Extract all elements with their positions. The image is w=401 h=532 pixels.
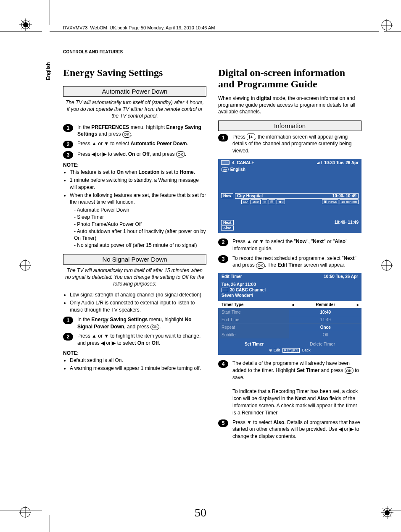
programme-name: City Hospital xyxy=(237,194,263,198)
apd-step-2: 2 Press ▲ or ▼ to select Automatic Power… xyxy=(63,140,206,148)
step-badge: 1 xyxy=(63,124,73,132)
apd-sublist: Automatic Power Down Sleep Timer Photo F… xyxy=(70,207,206,249)
information-heading: Information xyxy=(218,121,361,131)
return-key-icon: RETURN xyxy=(282,348,300,353)
row-value: Once xyxy=(289,324,361,331)
next-time: 10:49- 11:49 xyxy=(335,220,359,225)
step-badge: 3 xyxy=(218,255,228,263)
down-arrow-icon: ▼ xyxy=(104,333,109,339)
nspd-step-1: 1 In the Energy Saving Settings menu, hi… xyxy=(63,316,206,330)
channel-logo-icon xyxy=(222,288,228,292)
row-value: 11:49 xyxy=(289,316,361,323)
timer-meta: Tue, 26 Apr 11:00 30 CABC Channel Seven … xyxy=(218,280,361,301)
digital-intro: When viewing in digital mode, the on-scr… xyxy=(218,95,361,115)
row-label: End Time xyxy=(218,316,289,323)
info-step-5: 5 Press ▼ to select Also. Details of pro… xyxy=(218,419,361,440)
info-badges: SD 16:9 ⎚ ▤ ◀◁ ▣ News 15 min left xyxy=(219,199,361,204)
up-arrow-icon: ▲ xyxy=(247,238,252,244)
table-row: End Time 11:49 xyxy=(218,316,361,323)
step-badge: 3 xyxy=(63,151,73,159)
info-step-1: 1 Press i+, the information screen will … xyxy=(218,134,361,155)
ok-button-icon: OK xyxy=(122,131,131,138)
list-item: Only Audio L/R is connected to external … xyxy=(70,299,206,314)
row-value: ◂Reminder▸ xyxy=(289,301,361,308)
list-item: Default setting is all On. xyxy=(70,357,206,364)
step-text: Press ▲ or ▼ to highlight the item you w… xyxy=(77,333,206,347)
left-arrow-icon: ◀ xyxy=(101,340,105,346)
list-item: Auto shutdown after 1 hour of inactivity… xyxy=(74,228,206,242)
step-text: Press i+, the information screen will ap… xyxy=(232,134,361,155)
info-screen-mock: 4 CANAL+ 10:34 Tue, 26 Apr oo English No… xyxy=(218,159,361,233)
clock-text: 10:34 Tue, 26 Apr xyxy=(324,160,359,165)
nspd-notes: Default setting is all On. A warning mes… xyxy=(63,357,206,372)
registration-target-icon xyxy=(19,259,31,271)
step-badge: 1 xyxy=(63,317,73,324)
info-also-row: Also xyxy=(219,225,361,232)
apd-intro: The TV will automatically turn itself of… xyxy=(65,99,205,120)
table-row: Timer Type ◂Reminder▸ xyxy=(218,301,361,308)
next-tag: Next xyxy=(221,220,234,225)
step-text: Press ▲ or ▼ to select Automatic Power D… xyxy=(77,140,188,147)
timer-title: Edit Timer xyxy=(222,274,242,279)
timer-timestamp: 10:50 Tue, 26 Apr xyxy=(324,274,358,279)
registration-target-icon xyxy=(381,19,393,31)
list-item: Low signal strength of analog channel (n… xyxy=(70,291,206,299)
manual-page: RVXVMV73_WebOM_UK.book Page 50 Monday, A… xyxy=(0,0,401,532)
info-step-2: 2 Press ▲ or ▼ to select the "Now", "Nex… xyxy=(218,238,361,252)
apd-step-3: 3 Press ◀ or ▶ to select On or Off, and … xyxy=(63,151,206,159)
left-arrow-icon: ◀ xyxy=(339,426,343,432)
list-item: Automatic Power Down xyxy=(74,207,206,214)
step-badge: 1 xyxy=(218,134,228,142)
right-arrow-icon: ▶ xyxy=(103,151,106,157)
list-item: This feature is set to On when Location … xyxy=(70,169,206,176)
info-button-icon: i+ xyxy=(247,134,255,140)
step-badge: 5 xyxy=(218,419,228,427)
info-step-4: 4 The details of the programme will alre… xyxy=(218,360,361,416)
header-rule xyxy=(50,31,379,31)
apd-step-1: 1 In the PREFERENCES menu, highlight Ene… xyxy=(63,124,206,138)
timer-meta-channel: 30 CABC Channel xyxy=(230,287,266,293)
info-language: oo English xyxy=(219,166,361,173)
also-tag: Also xyxy=(221,225,234,231)
page-number: 50 xyxy=(0,506,401,519)
step-badge: 2 xyxy=(63,333,73,341)
apd-notes: This feature is set to On when Location … xyxy=(63,169,206,249)
table-row: Subtitle Off xyxy=(218,331,361,338)
right-column: Digital on-screen information and Progra… xyxy=(218,67,361,443)
step-text: In the Energy Saving Settings menu, high… xyxy=(77,316,206,330)
list-item: When the following features are set, the… xyxy=(70,192,206,249)
registration-sun-icon xyxy=(19,18,32,31)
nspd-step-2: 2 Press ▲ or ▼ to highlight the item you… xyxy=(63,333,206,347)
right-arrow-icon: ▸ xyxy=(357,302,359,307)
step-text: The details of the programme will alread… xyxy=(232,360,361,416)
news-badge: ▣ News xyxy=(322,199,338,204)
nspd-heading: No Signal Power Down xyxy=(63,254,206,265)
list-item: Sleep Timer xyxy=(74,214,206,221)
left-arrow-icon: ◀ xyxy=(92,151,95,157)
step-badge: 2 xyxy=(218,238,228,246)
row-value: 10:49 xyxy=(289,309,361,316)
audio-mode-icon: ◀◁ xyxy=(277,199,285,204)
step-badge: 2 xyxy=(63,141,73,148)
programme-time: 10:00- 10:49 xyxy=(332,194,356,198)
row-label: Timer Type xyxy=(218,301,289,308)
delete-timer-button: Delete Timer xyxy=(310,342,335,346)
left-column: Energy Saving Settings Automatic Power D… xyxy=(63,67,206,443)
language-tab: English xyxy=(45,62,51,80)
teletext-icon: ▤ xyxy=(269,199,275,204)
row-label: Repeat xyxy=(218,324,289,331)
up-arrow-icon: ▲ xyxy=(92,141,97,147)
left-arrow-icon: ◂ xyxy=(292,302,294,307)
nspd-intro: The TV will automatically turn itself of… xyxy=(65,267,205,288)
step-text: Press ◀ or ▶ to select On or Off, and pr… xyxy=(77,151,186,158)
info-now-row: Now City Hospital10:00- 10:49 xyxy=(219,193,361,199)
table-row: Repeat Once xyxy=(218,323,361,331)
timer-meta-time: Tue, 26 Apr 11:00 xyxy=(222,282,358,287)
right-arrow-icon: ▶ xyxy=(350,426,354,432)
ok-button-icon: OK xyxy=(176,151,185,157)
list-item: Photo Frame/Auto Power Off xyxy=(74,221,206,228)
ok-button-icon: OK xyxy=(150,324,159,330)
step-text: Press ▼ to select Also. Details of progr… xyxy=(232,419,361,440)
set-timer-button: Set Timer xyxy=(245,342,264,346)
down-arrow-icon: ▼ xyxy=(247,419,252,425)
